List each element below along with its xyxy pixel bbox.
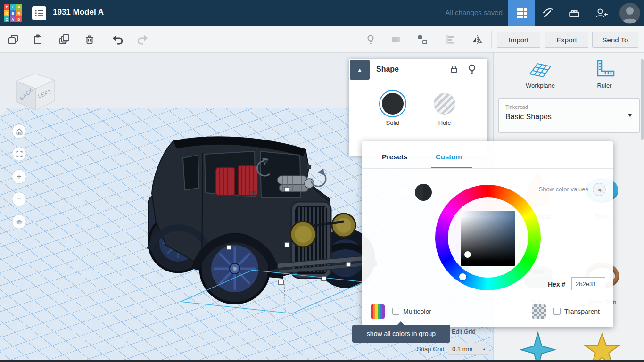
hole-option[interactable]: Hole bbox=[428, 90, 461, 126]
shape-library-dropdown[interactable]: Tinkercad Basic Shapes ▾ bbox=[498, 98, 640, 133]
undo-icon bbox=[112, 33, 124, 46]
import-button[interactable]: Import bbox=[497, 32, 540, 48]
logo-tile: E bbox=[10, 10, 16, 16]
scale-handle[interactable] bbox=[284, 187, 289, 192]
mirror-button[interactable] bbox=[468, 30, 487, 49]
design-properties-icon bbox=[33, 8, 45, 19]
scale-handle[interactable] bbox=[285, 242, 289, 247]
copy-button[interactable] bbox=[4, 30, 23, 49]
logo-tile: N bbox=[16, 4, 22, 10]
design-title[interactable]: 1931 Model A bbox=[53, 8, 104, 17]
save-status: All changes saved bbox=[445, 8, 503, 16]
duplicate-icon bbox=[58, 34, 70, 45]
zoom-out-button[interactable]: − bbox=[12, 192, 26, 206]
group-button[interactable] bbox=[387, 30, 405, 49]
shape-panel-title: Shape bbox=[376, 65, 399, 74]
hex-input[interactable] bbox=[571, 277, 605, 290]
workplane-tool-button[interactable]: Workplane bbox=[514, 58, 566, 89]
tooltip: show all colors in group bbox=[352, 325, 450, 343]
blocks-editor-button[interactable] bbox=[535, 0, 561, 26]
redo-button[interactable] bbox=[133, 30, 152, 49]
solid-label: Solid bbox=[376, 119, 409, 126]
design-menu-button[interactable] bbox=[32, 6, 46, 20]
duplicate-button[interactable] bbox=[55, 30, 74, 49]
model-car[interactable] bbox=[141, 131, 377, 319]
logo-tile: T bbox=[4, 4, 9, 10]
panel-scrollbar[interactable] bbox=[641, 59, 644, 140]
tab-presets[interactable]: Presets bbox=[382, 153, 407, 161]
pickaxe-icon bbox=[541, 7, 554, 20]
sv-cursor[interactable] bbox=[464, 251, 471, 258]
ungroup-icon bbox=[417, 34, 428, 45]
home-view-button[interactable] bbox=[12, 124, 26, 139]
scale-handle[interactable] bbox=[279, 280, 283, 285]
star4-thumb bbox=[518, 330, 558, 362]
collapse-arrow-icon: ▲ bbox=[357, 67, 363, 73]
view-cube[interactable]: BACK LEFT bbox=[10, 69, 58, 112]
collapse-panel-button[interactable]: ▲ bbox=[350, 60, 370, 80]
library-brand: Tinkercad bbox=[505, 104, 528, 110]
multicolor-swatch[interactable] bbox=[371, 304, 385, 319]
hole-label: Hole bbox=[428, 119, 461, 126]
scale-handle[interactable] bbox=[346, 262, 351, 267]
show-color-values-label: Show color values bbox=[528, 186, 588, 193]
transparent-label: Transparent bbox=[564, 308, 600, 315]
toggle-visibility-button[interactable] bbox=[361, 30, 380, 49]
perspective-toggle-button[interactable] bbox=[12, 214, 26, 229]
fit-view-icon bbox=[16, 150, 23, 158]
saturation-value-square[interactable] bbox=[461, 211, 515, 266]
multicolor-checkbox[interactable] bbox=[392, 308, 399, 315]
export-button[interactable]: Export bbox=[545, 32, 588, 48]
scale-handle[interactable] bbox=[322, 276, 326, 281]
zoom-in-button[interactable]: + bbox=[12, 169, 26, 184]
top-bar: T I N K E R C A D 1931 Model A All chang… bbox=[0, 0, 644, 26]
scale-handle[interactable] bbox=[227, 245, 231, 250]
transparent-checkbox[interactable] bbox=[553, 308, 561, 315]
invite-button[interactable] bbox=[587, 0, 616, 26]
group-icon bbox=[390, 34, 402, 45]
fit-view-button[interactable] bbox=[12, 147, 26, 161]
copy-icon bbox=[8, 34, 19, 45]
ruler-tool-button[interactable]: Ruler bbox=[578, 58, 630, 89]
trash-icon bbox=[84, 34, 95, 45]
snap-grid-select[interactable]: 0.1 mm ▴ bbox=[448, 343, 489, 355]
lock-button[interactable] bbox=[449, 64, 459, 76]
hide-shape-button[interactable] bbox=[466, 63, 478, 77]
edit-toolbar: Import Export Send To bbox=[0, 26, 644, 53]
show-color-values-button[interactable]: ◀ bbox=[593, 183, 606, 196]
star-thumb bbox=[582, 330, 622, 362]
snap-grid-value: 0.1 mm bbox=[452, 346, 472, 353]
snap-grid-label: Snap Grid bbox=[417, 346, 445, 353]
solid-option[interactable]: Solid bbox=[376, 90, 409, 126]
undo-button[interactable] bbox=[108, 30, 127, 49]
selection-midpoint-handle[interactable] bbox=[307, 165, 311, 169]
hex-label: Hex # bbox=[548, 280, 565, 288]
ruler-tool-label: Ruler bbox=[578, 82, 630, 89]
home-icon bbox=[16, 128, 23, 135]
lightbulb-icon bbox=[365, 34, 376, 45]
gallery-item-star[interactable] bbox=[574, 330, 630, 362]
tab-divider bbox=[362, 168, 613, 169]
tooltip-text: show all colors in group bbox=[367, 330, 436, 337]
align-button[interactable] bbox=[440, 30, 459, 49]
toolbar-divider bbox=[105, 31, 105, 48]
tinkercad-logo[interactable]: T I N K E R C A D bbox=[4, 4, 22, 22]
selection-midpoint-handle[interactable] bbox=[264, 160, 267, 163]
ungroup-button[interactable] bbox=[413, 30, 432, 49]
minus-icon: − bbox=[17, 195, 22, 203]
account-avatar[interactable] bbox=[619, 3, 640, 24]
grid-icon bbox=[516, 8, 527, 18]
edit-grid-button[interactable]: Edit Grid bbox=[452, 328, 476, 335]
transparent-swatch[interactable] bbox=[532, 304, 546, 319]
bottom-edge-strip bbox=[0, 360, 644, 362]
multicolor-label: Multicolor bbox=[403, 308, 431, 315]
bricks-editor-button[interactable] bbox=[561, 0, 587, 26]
tab-custom[interactable]: Custom bbox=[436, 153, 462, 161]
delete-button[interactable] bbox=[80, 30, 99, 49]
logo-tile: A bbox=[10, 16, 16, 22]
dashboard-grid-button[interactable] bbox=[508, 0, 535, 26]
paste-button[interactable] bbox=[28, 30, 47, 49]
hue-cursor[interactable] bbox=[459, 273, 466, 280]
send-to-button[interactable]: Send To bbox=[592, 32, 638, 48]
gallery-item-star4[interactable] bbox=[510, 330, 566, 362]
